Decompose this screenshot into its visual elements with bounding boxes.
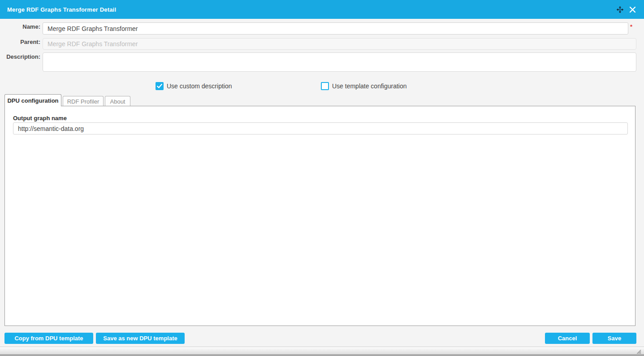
use-custom-description-checkbox[interactable] — [156, 82, 164, 90]
use-custom-description-group: Use custom description — [156, 82, 232, 90]
checkmark-icon — [156, 83, 163, 89]
description-textarea[interactable] — [43, 52, 636, 72]
description-label: Description: — [0, 53, 40, 60]
window-bottom-edge — [0, 354, 644, 356]
use-template-configuration-group: Use template configuration — [321, 82, 407, 90]
parent-label: Parent: — [0, 39, 40, 45]
required-asterisk: * — [630, 23, 632, 30]
move-icon[interactable] — [614, 3, 626, 16]
dpu-configuration-panel: Output graph name — [4, 106, 635, 326]
tab-about[interactable]: About — [105, 96, 130, 106]
dialog-title: Merge RDF Graphs Transformer Detail — [7, 6, 116, 13]
copy-from-dpu-template-button[interactable]: Copy from DPU template — [4, 333, 93, 344]
name-input[interactable] — [43, 22, 628, 35]
output-graph-name-label: Output graph name — [13, 115, 67, 122]
status-bar — [0, 347, 644, 354]
tab-dpu-configuration[interactable]: DPU configuration — [4, 94, 61, 106]
parent-input — [43, 38, 636, 50]
use-custom-description-label: Use custom description — [167, 82, 232, 90]
dialog-titlebar[interactable]: Merge RDF Graphs Transformer Detail — [0, 0, 644, 19]
save-button[interactable]: Save — [592, 333, 636, 344]
output-graph-name-input[interactable] — [13, 122, 628, 135]
dpu-detail-dialog: Merge RDF Graphs Transformer Detail Name… — [0, 0, 644, 356]
save-as-new-dpu-template-button[interactable]: Save as new DPU template — [96, 333, 185, 344]
cancel-button[interactable]: Cancel — [545, 333, 590, 344]
close-icon[interactable] — [626, 3, 639, 16]
use-template-configuration-label: Use template configuration — [332, 82, 407, 90]
use-template-configuration-checkbox[interactable] — [321, 82, 329, 90]
name-label: Name: — [0, 23, 40, 30]
tab-rdf-profiler[interactable]: RDF Profiler — [63, 96, 104, 106]
